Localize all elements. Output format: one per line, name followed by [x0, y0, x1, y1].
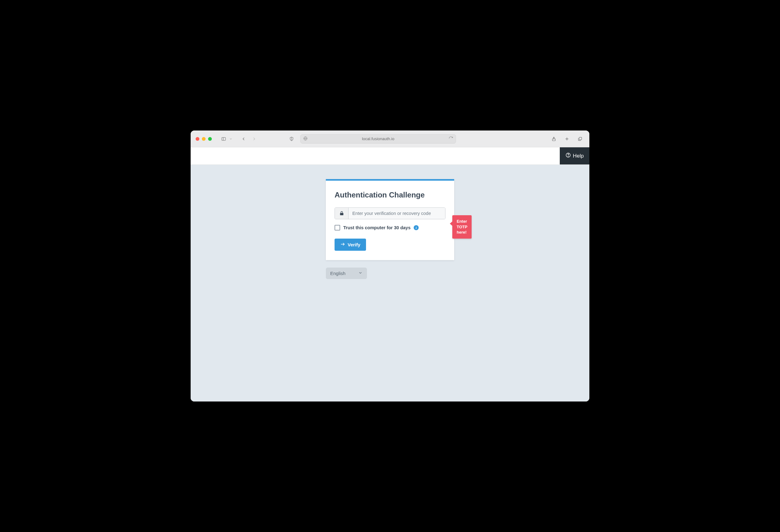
code-input-group [335, 207, 445, 219]
trust-computer-label[interactable]: Trust this computer for 30 days [343, 225, 410, 230]
share-button[interactable] [549, 135, 558, 143]
reload-icon[interactable] [448, 136, 453, 142]
verification-code-input[interactable] [349, 208, 445, 219]
minimize-window-button[interactable] [202, 137, 206, 141]
verify-button[interactable]: Verify [335, 239, 366, 251]
card-title: Authentication Challenge [335, 191, 445, 199]
trust-computer-checkbox[interactable] [335, 225, 340, 231]
browser-window: local.fusionauth.io [191, 131, 589, 401]
language-select[interactable]: English [326, 268, 367, 279]
close-window-button[interactable] [196, 137, 199, 141]
svg-rect-7 [579, 137, 582, 140]
sidebar-menu-chevron[interactable] [229, 135, 232, 143]
svg-rect-0 [222, 137, 226, 140]
browser-chrome: local.fusionauth.io [191, 131, 589, 147]
verify-button-label: Verify [348, 242, 360, 247]
auth-challenge-card: Authentication Challenge Trust this comp… [326, 179, 454, 260]
address-text: local.fusionauth.io [362, 136, 394, 141]
sidebar-toggle-button[interactable] [219, 135, 228, 143]
app-header: Help [191, 147, 589, 165]
nav-forward-button[interactable] [250, 135, 258, 143]
nav-back-button[interactable] [239, 135, 248, 143]
svg-point-9 [568, 156, 569, 156]
lock-icon [335, 208, 349, 219]
help-icon [566, 152, 571, 159]
help-button[interactable]: Help [560, 147, 589, 164]
address-bar[interactable]: local.fusionauth.io [300, 134, 456, 144]
maximize-window-button[interactable] [208, 137, 212, 141]
help-label: Help [573, 153, 584, 159]
arrow-right-icon [340, 242, 345, 248]
language-selected: English [330, 271, 345, 276]
window-controls [196, 137, 212, 141]
chevron-down-icon [358, 271, 362, 276]
page-content: Authentication Challenge Trust this comp… [191, 165, 589, 401]
globe-icon [303, 136, 308, 142]
totp-callout: Enter TOTP here! [452, 215, 472, 239]
new-tab-button[interactable] [563, 135, 571, 143]
info-icon[interactable]: i [414, 225, 419, 230]
privacy-shield-icon[interactable] [287, 135, 296, 143]
tabs-overview-button[interactable] [576, 135, 584, 143]
